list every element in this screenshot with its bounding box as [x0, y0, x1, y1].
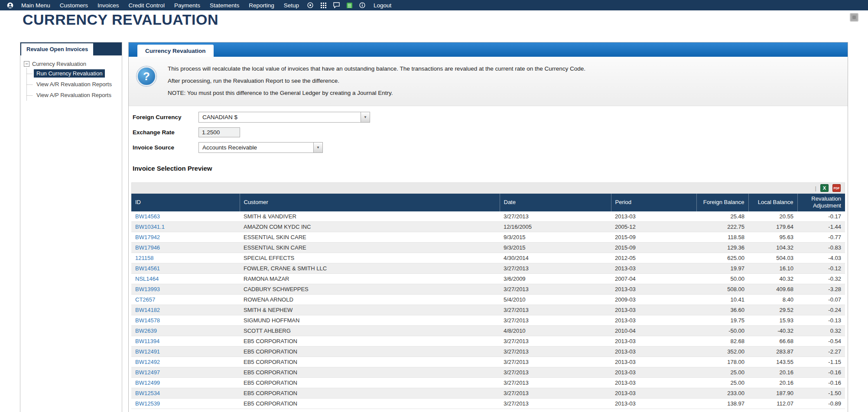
- export-excel-icon[interactable]: X: [820, 184, 829, 192]
- tree-item-view-ap-revaluation-reports[interactable]: View A/P Revaluation Reports: [27, 90, 119, 101]
- invoice-id-link[interactable]: BW12539: [135, 400, 160, 407]
- info-icon[interactable]: [356, 0, 369, 10]
- tree-node-currency-revaluation[interactable]: − Currency Revaluation: [24, 61, 119, 67]
- invoice-cell: 2013-03: [611, 211, 696, 222]
- invoice-id-link[interactable]: BW11394: [135, 338, 159, 344]
- column-header-period[interactable]: Period: [611, 194, 696, 211]
- invoice-cell: 2013-03: [611, 315, 696, 326]
- invoice-id-link[interactable]: BW12491: [135, 348, 160, 355]
- invoice-id-link[interactable]: BW14563: [135, 213, 160, 220]
- nav-item-logout[interactable]: Logout: [369, 2, 396, 9]
- invoice-cell: SCOTT AHLBERG: [240, 326, 500, 336]
- invoice-id-link[interactable]: BW14182: [135, 307, 160, 313]
- tree-item-run-currency-revaluation[interactable]: Run Currency Revaluation: [27, 68, 119, 79]
- apps-grid-icon[interactable]: [317, 0, 330, 10]
- invoice-cell: -0.16: [797, 367, 845, 378]
- invoice-cell: -0.32: [797, 274, 845, 284]
- nav-item-credit-control[interactable]: Credit Control: [124, 2, 169, 9]
- invoice-cell: 40.32: [748, 274, 797, 284]
- invoice-source-value: Accounts Receivable: [202, 144, 257, 151]
- calendar-icon[interactable]: [343, 0, 356, 10]
- invoice-id-link[interactable]: BW13993: [135, 286, 160, 292]
- invoice-cell: -0.83: [797, 243, 845, 253]
- column-header-local-balance[interactable]: Local Balance: [748, 194, 797, 211]
- invoice-cell: 19.75: [696, 315, 748, 326]
- invoice-grid: ID Customer Date Period Foreign Balance …: [131, 194, 845, 409]
- invoice-cell: 2010-04: [611, 326, 696, 336]
- invoice-id-link[interactable]: BW10341.1: [135, 224, 165, 230]
- invoice-id-link[interactable]: BW12534: [135, 390, 160, 396]
- invoice-cell: 2012-05: [611, 253, 696, 263]
- sidebar-tab-bar: Revalue Open Invoices: [20, 42, 122, 55]
- invoice-cell: 12/16/2005: [500, 222, 611, 232]
- invoice-cell: 112.07: [748, 399, 797, 409]
- invoice-id-link[interactable]: BW12492: [135, 359, 160, 365]
- invoice-id-cell: BW10341.1: [131, 222, 240, 232]
- invoice-cell: 233.00: [696, 388, 748, 399]
- invoice-row: BW12491EB5 CORPORATION3/27/20132013-0335…: [131, 347, 845, 357]
- foreign-currency-select[interactable]: CANADIAN $ ▼: [198, 112, 370, 123]
- preview-title: Invoice Selection Preview: [133, 165, 848, 172]
- invoice-cell: EB5 CORPORATION: [240, 399, 500, 409]
- invoice-cell: 2005-12: [611, 222, 696, 232]
- invoice-cell: 178.00: [696, 357, 748, 367]
- sidebar-tab-revalue-open-invoices[interactable]: Revalue Open Invoices: [21, 43, 93, 55]
- invoice-cell: SIGMUND HOFFMAN: [240, 315, 500, 326]
- invoice-cell: SMITH & VANDIVER: [240, 211, 500, 222]
- invoice-row: BW12492EB5 CORPORATION3/27/20132013-0317…: [131, 357, 845, 367]
- invoice-cell: 4/8/2010: [500, 326, 611, 336]
- column-header-revaluation-adjustment[interactable]: Revaluation Adjustment: [797, 194, 845, 211]
- invoice-id-link[interactable]: BW12499: [135, 380, 160, 386]
- invoice-cell: 9/3/2015: [500, 232, 611, 243]
- invoice-cell: 2015-09: [611, 232, 696, 243]
- nav-item-statements[interactable]: Statements: [205, 2, 244, 9]
- column-header-date[interactable]: Date: [500, 194, 611, 211]
- invoice-cell: 138.97: [696, 399, 748, 409]
- invoice-cell: EB5 CORPORATION: [240, 367, 500, 378]
- invoice-id-link[interactable]: 121158: [135, 255, 153, 261]
- invoice-cell: 29.52: [748, 305, 797, 315]
- nav-item-invoices[interactable]: Invoices: [93, 2, 124, 9]
- invoice-source-select[interactable]: Accounts Receivable ▼: [198, 142, 323, 153]
- nav-item-reporting[interactable]: Reporting: [244, 2, 279, 9]
- export-pdf-icon[interactable]: PDF: [832, 184, 841, 192]
- tree-item-view-ar-revaluation-reports[interactable]: View A/R Revaluation Reports: [27, 79, 119, 90]
- invoice-id-link[interactable]: BW2639: [135, 328, 157, 334]
- tab-currency-revaluation[interactable]: Currency Revaluation: [137, 45, 214, 57]
- nav-item-payments[interactable]: Payments: [169, 2, 205, 9]
- invoice-id-link[interactable]: BW17946: [135, 244, 160, 251]
- main-tab-bar: Currency Revaluation: [129, 42, 848, 57]
- invoice-cell: 2015-09: [611, 243, 696, 253]
- invoice-id-link[interactable]: BW14561: [135, 265, 160, 272]
- invoice-id-link[interactable]: BW14578: [135, 317, 160, 324]
- invoice-cell: 2009-03: [611, 295, 696, 305]
- invoice-id-link[interactable]: CT2657: [135, 296, 155, 303]
- invoice-cell: 95.63: [748, 232, 797, 243]
- account-icon[interactable]: [3, 0, 16, 10]
- nav-item-customers[interactable]: Customers: [55, 2, 93, 9]
- exchange-rate-label: Exchange Rate: [133, 129, 198, 136]
- nav-item-main-menu[interactable]: Main Menu: [16, 2, 55, 9]
- column-header-id[interactable]: ID: [131, 194, 240, 211]
- invoice-cell: EB5 CORPORATION: [240, 378, 500, 388]
- exchange-rate-input[interactable]: 1.2500: [198, 127, 240, 137]
- invoice-id-link[interactable]: BW17942: [135, 234, 160, 240]
- column-header-foreign-balance[interactable]: Foreign Balance: [696, 194, 748, 211]
- corner-widget-icon[interactable]: [850, 13, 858, 22]
- invoice-cell: 2013-03: [611, 284, 696, 295]
- invoice-cell: 3/27/2013: [500, 263, 611, 274]
- badge-icon[interactable]: [304, 0, 317, 10]
- invoice-id-cell: BW12534: [131, 388, 240, 399]
- chat-icon[interactable]: [330, 0, 343, 10]
- invoice-cell: 9/3/2015: [500, 243, 611, 253]
- invoice-row: BW12497EB5 CORPORATION3/27/20132013-0325…: [131, 367, 845, 378]
- invoice-id-link[interactable]: BW12497: [135, 369, 160, 376]
- nav-item-setup[interactable]: Setup: [279, 2, 304, 9]
- invoice-cell: EB5 CORPORATION: [240, 336, 500, 347]
- collapse-icon[interactable]: −: [24, 61, 29, 67]
- invoice-cell: 129.36: [696, 243, 748, 253]
- column-header-customer[interactable]: Customer: [240, 194, 500, 211]
- invoice-cell: 10.41: [696, 295, 748, 305]
- invoice-id-link[interactable]: NSL1464: [135, 276, 159, 282]
- invoice-cell: -0.17: [797, 211, 845, 222]
